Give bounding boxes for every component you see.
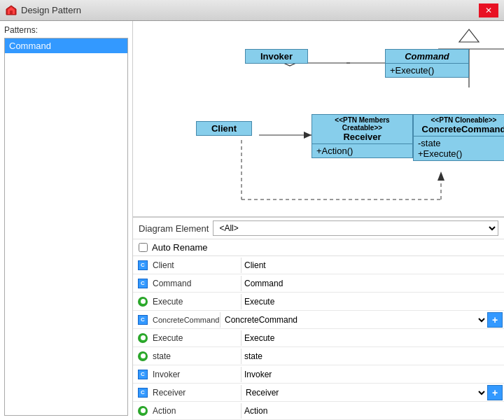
close-button[interactable]: ✕ bbox=[479, 4, 498, 18]
props-name-state: state bbox=[150, 351, 241, 361]
props-value-state[interactable] bbox=[241, 349, 504, 364]
props-dropdown-receiver[interactable]: Receiver bbox=[241, 385, 487, 400]
props-name-concrete: ConcreteCommand bbox=[150, 316, 220, 324]
props-value-command[interactable] bbox=[241, 276, 504, 291]
svg-rect-2 bbox=[10, 10, 13, 14]
svg-marker-14 bbox=[304, 132, 312, 139]
svg-marker-8 bbox=[459, 29, 479, 42]
props-name-receiver: Receiver bbox=[150, 388, 241, 398]
auto-rename-row: Auto Rename bbox=[133, 239, 504, 256]
auto-rename-checkbox[interactable] bbox=[139, 243, 148, 252]
props-value-cell-action bbox=[241, 403, 504, 419]
add-receiver-button[interactable]: + bbox=[487, 385, 503, 400]
uml-box-receiver: <<PTN Members Creatable>>Receiver +Actio… bbox=[312, 114, 413, 158]
uml-box-command: Command +Execute() bbox=[385, 49, 469, 78]
props-value-client[interactable] bbox=[241, 258, 504, 273]
patterns-list: Command bbox=[4, 38, 128, 416]
content-area: Invoker Command +Execute() Client <<PTN … bbox=[133, 21, 504, 420]
patterns-label: Patterns: bbox=[4, 25, 128, 35]
diagram-element-row: Diagram Element <All> bbox=[133, 218, 504, 239]
props-value-execute1[interactable] bbox=[241, 294, 504, 309]
method-icon-action bbox=[133, 406, 150, 416]
props-value-action[interactable] bbox=[241, 403, 504, 419]
properties-area: Diagram Element <All> Auto Rename C Clie… bbox=[133, 217, 504, 420]
props-row-concrete: C ConcreteCommand ConcreteCommand + bbox=[133, 311, 504, 329]
class-icon-concrete: C bbox=[133, 315, 150, 325]
add-concrete-button[interactable]: + bbox=[487, 312, 503, 328]
props-value-cell-command bbox=[241, 276, 504, 291]
props-name-client: Client bbox=[150, 260, 241, 270]
app-icon bbox=[6, 5, 17, 16]
uml-box-concrete: <<PTN Cloneable>>ConcreteCommand -state+… bbox=[413, 114, 504, 161]
props-row-action: Action bbox=[133, 402, 504, 420]
props-value-execute2[interactable] bbox=[241, 330, 504, 346]
props-dropdown-concrete[interactable]: ConcreteCommand bbox=[220, 312, 487, 328]
uml-box-invoker: Invoker bbox=[245, 49, 308, 64]
sidebar: Patterns: Command bbox=[0, 21, 133, 420]
props-value-cell-client bbox=[241, 258, 504, 273]
props-row-execute2: Execute bbox=[133, 329, 504, 347]
props-value-cell-concrete: ConcreteCommand bbox=[220, 312, 487, 328]
class-icon-receiver: C bbox=[133, 388, 150, 398]
props-row-client: C Client bbox=[133, 256, 504, 274]
diagram-area: Invoker Command +Execute() Client <<PTN … bbox=[133, 21, 504, 217]
props-name-action: Action bbox=[150, 406, 241, 416]
props-row-invoker: C Invoker bbox=[133, 365, 504, 384]
props-row-command: C Command bbox=[133, 274, 504, 293]
diagram-element-label: Diagram Element bbox=[139, 223, 209, 234]
window-title: Design Pattern bbox=[21, 5, 81, 15]
properties-table: C Client C Command Exec bbox=[133, 256, 504, 420]
props-row-execute1: Execute bbox=[133, 293, 504, 311]
props-value-invoker[interactable] bbox=[241, 367, 504, 382]
pattern-item-command[interactable]: Command bbox=[5, 38, 127, 53]
method-icon-state bbox=[133, 351, 150, 361]
class-icon-command: C bbox=[133, 279, 150, 288]
props-value-cell-execute1 bbox=[241, 294, 504, 309]
props-value-cell-invoker bbox=[241, 367, 504, 382]
props-row-state: state bbox=[133, 347, 504, 365]
class-icon-client: C bbox=[133, 260, 150, 270]
method-icon-execute1 bbox=[133, 297, 150, 307]
method-icon-execute2 bbox=[133, 333, 150, 343]
props-value-cell-receiver: Receiver bbox=[241, 385, 487, 400]
class-icon-invoker: C bbox=[133, 370, 150, 379]
props-name-execute2: Execute bbox=[150, 333, 241, 343]
diagram-element-select[interactable]: <All> bbox=[213, 220, 498, 236]
props-row-receiver: C Receiver Receiver + bbox=[133, 384, 504, 402]
props-name-execute1: Execute bbox=[150, 297, 241, 307]
uml-box-client: Client bbox=[196, 121, 252, 136]
props-value-cell-state bbox=[241, 349, 504, 364]
props-name-invoker: Invoker bbox=[150, 370, 241, 379]
props-value-cell-execute2 bbox=[241, 330, 504, 346]
auto-rename-label: Auto Rename bbox=[152, 242, 208, 253]
props-name-command: Command bbox=[150, 279, 241, 288]
svg-marker-12 bbox=[438, 172, 444, 181]
title-bar: Design Pattern ✕ bbox=[0, 0, 504, 21]
